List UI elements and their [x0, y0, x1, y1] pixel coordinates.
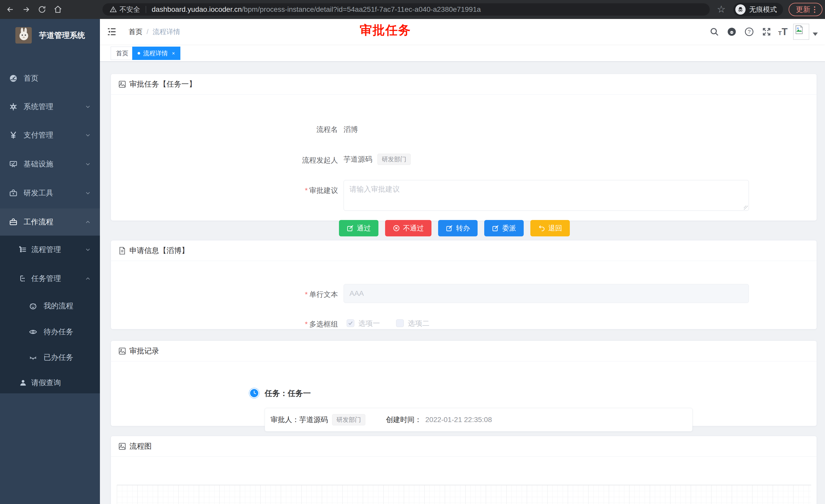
sidebar-item-leave-query[interactable]: 请假查询 — [0, 370, 100, 396]
checkbox-group: *多选框组 选项一 选项二 — [111, 319, 817, 328]
github-icon[interactable] — [726, 26, 738, 37]
sidebar-item-todo-tasks[interactable]: 待办任务 — [0, 319, 100, 345]
sidebar-item-payment[interactable]: 支付管理 — [0, 122, 100, 148]
avatar-caret-icon[interactable] — [813, 32, 818, 36]
back-icon[interactable] — [5, 4, 16, 15]
resize-grip[interactable] — [744, 205, 748, 210]
chevron-down-icon — [85, 103, 91, 110]
help-icon[interactable]: ? — [743, 26, 755, 37]
eye-closed-icon — [29, 353, 37, 362]
reload-icon[interactable] — [36, 4, 48, 15]
close-tab-icon[interactable]: × — [172, 51, 175, 56]
sidebar-item-system[interactable]: 系统管理 — [0, 94, 100, 119]
edit-icon — [492, 225, 499, 232]
home-icon[interactable] — [52, 4, 64, 15]
chevron-up-icon — [85, 275, 91, 282]
bookmark-star-icon[interactable]: ☆ — [717, 4, 726, 15]
address-bar[interactable]: 不安全 dashboard.yudao.iocoder.cn/bpm/proce… — [102, 3, 710, 16]
security-label: 不安全 — [120, 5, 140, 14]
approver-value: 芋道源码 — [299, 415, 328, 425]
initiator-name: 芋道源码 — [344, 154, 372, 164]
search-icon[interactable] — [708, 26, 720, 37]
app-logo — [15, 27, 32, 44]
avatar[interactable] — [793, 24, 809, 40]
bpmn-canvas[interactable] — [117, 485, 811, 504]
sidebar-item-my-process[interactable]: 我的流程 — [0, 293, 100, 319]
breadcrumb-separator: / — [147, 28, 149, 36]
sidebar-item-home[interactable]: 首页 — [0, 66, 100, 91]
sidebar-item-done-tasks[interactable]: 已办任务 — [0, 345, 100, 370]
application-info-card: 申请信息【滔博】 *单行文本 *多选框组 选项一 选项二 — [111, 240, 817, 329]
list-icon — [19, 246, 27, 254]
suggestion-textarea[interactable] — [344, 180, 749, 211]
button-label: 通过 — [357, 224, 371, 233]
clock-icon — [250, 389, 258, 397]
briefcase-icon — [9, 218, 17, 226]
breadcrumb-home[interactable]: 首页 — [129, 27, 142, 36]
active-tab-dot — [138, 52, 140, 55]
card-header: 申请信息【滔博】 — [111, 241, 817, 261]
chevron-down-icon — [85, 190, 91, 196]
eye-icon — [29, 328, 37, 336]
reject-button[interactable]: 不通过 — [385, 220, 432, 236]
tab-home[interactable]: 首页 — [111, 47, 134, 60]
screen: 不安全 dashboard.yudao.iocoder.cn/bpm/proce… — [0, 0, 825, 504]
circle-close-icon — [393, 225, 400, 232]
card-header: 流程图 — [111, 436, 817, 456]
url-path: /bpm/process-instance/detail?id=54aa251f… — [242, 5, 481, 13]
picture-icon — [118, 347, 126, 355]
process-name-label: 流程名 — [235, 125, 338, 135]
security-warning[interactable]: 不安全 — [110, 5, 140, 14]
sidebar-item-infra[interactable]: 基础设施 — [0, 151, 100, 177]
forward-icon[interactable] — [20, 4, 32, 15]
sidebar-item-label: 首页 — [23, 73, 39, 83]
text-field-label: *单行文本 — [235, 289, 338, 300]
card-title: 流程图 — [129, 441, 152, 451]
card-title: 审批任务【任务一】 — [129, 79, 196, 89]
check-icon — [348, 321, 353, 326]
button-label: 转办 — [456, 224, 470, 233]
return-button[interactable]: 退回 — [530, 220, 570, 236]
monitor-icon — [9, 160, 17, 168]
transfer-button[interactable]: 转办 — [438, 220, 477, 236]
button-label: 退回 — [548, 224, 562, 233]
card-title: 审批记录 — [129, 346, 159, 356]
chevron-up-icon — [85, 219, 91, 225]
approve-button[interactable]: 通过 — [339, 220, 378, 236]
tab-label: 流程详情 — [143, 49, 168, 57]
app-title: 芋道管理系统 — [39, 30, 85, 41]
record-detail-box: 审批人： 芋道源码 研发部门 创建时间： 2022-01-21 22:35:08 — [265, 408, 692, 431]
dept-tag: 研发部门 — [332, 414, 365, 425]
sidebar-item-process-mgmt[interactable]: 流程管理 — [0, 237, 100, 262]
tab-label: 首页 — [116, 49, 128, 57]
browser-menu-icon[interactable] — [814, 6, 815, 13]
sidebar: 芋道管理系统 首页 系统管理 支付管理 基础设施 研发工具 — [0, 19, 100, 504]
url-host: dashboard.yudao.iocoder.cn — [152, 5, 242, 13]
tab-process-detail[interactable]: 流程详情 × — [132, 47, 180, 60]
edit-icon — [446, 225, 453, 232]
delegate-button[interactable]: 委派 — [484, 220, 524, 236]
sidebar-item-task-mgmt[interactable]: 任务管理 — [0, 266, 100, 291]
collapse-sidebar-icon[interactable] — [106, 27, 117, 37]
process-name-value: 滔博 — [344, 125, 358, 135]
checkbox-option2 — [396, 319, 404, 327]
sidebar-item-label: 工作流程 — [23, 217, 53, 227]
sidebar-item-label: 系统管理 — [23, 102, 53, 112]
checkbox-option1-label: 选项一 — [359, 319, 380, 328]
card-title: 申请信息【滔博】 — [129, 246, 189, 256]
sidebar-item-workflow[interactable]: 工作流程 — [0, 208, 100, 236]
browser-toolbar: 不安全 dashboard.yudao.iocoder.cn/bpm/proce… — [0, 0, 825, 19]
undo-icon — [538, 225, 545, 232]
yen-icon — [9, 131, 17, 139]
font-size-icon[interactable]: TT — [778, 27, 788, 36]
sidebar-item-label: 已办任务 — [44, 352, 73, 363]
tree-icon — [19, 274, 27, 283]
main-area: 首页 / 流程详情 审批任务 ? TT 首页 流程详情 — [100, 19, 825, 504]
broken-image-icon — [794, 25, 804, 34]
sidebar-item-devtools[interactable]: 研发工具 — [0, 180, 100, 206]
svg-text:?: ? — [748, 29, 751, 34]
update-button[interactable]: 更新 — [789, 3, 822, 16]
fullscreen-icon[interactable] — [761, 26, 772, 37]
sidebar-item-label: 支付管理 — [23, 130, 53, 140]
initiator-value: 芋道源码 研发部门 — [344, 154, 411, 165]
